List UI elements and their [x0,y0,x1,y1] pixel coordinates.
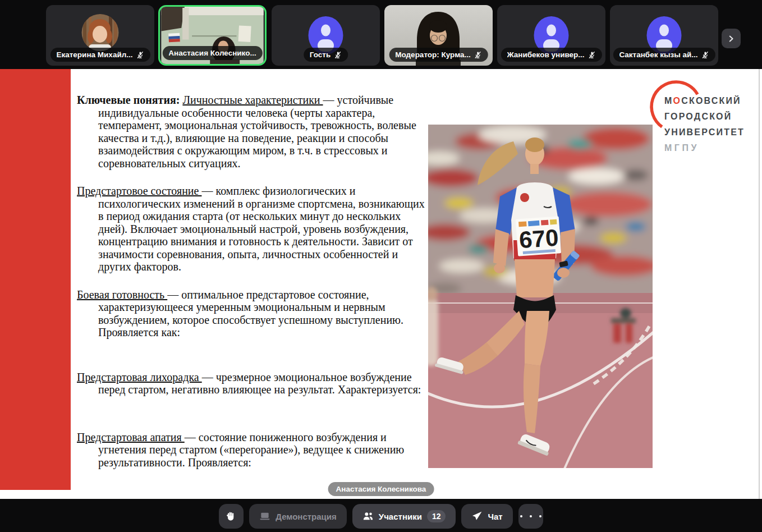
paragraph-term: Личностные характеристики [182,94,323,106]
more-options-button[interactable] [518,504,543,529]
slide-accent-bar [0,69,71,490]
participant-name-pill: Жанибеков универ... [501,48,602,62]
participants-count-badge: 12 [427,510,446,522]
participant-tile-anastasia-active[interactable]: Анастасия Колеснико... [158,5,267,66]
slide-paragraph: Боевая готовность — оптимальное предстар… [77,288,432,339]
chat-button[interactable]: Чат [461,504,512,529]
more-dots-icon [520,515,522,517]
participants-button[interactable]: Участники 12 [352,504,456,529]
mic-muted-icon [334,51,342,59]
participant-name: Сактанбек кызы ай... [619,51,697,59]
paragraph-term: Предстартовая лихорадка [77,371,202,383]
mic-muted-icon [136,51,144,59]
slide-paragraph: Предстартовая лихорадка — чрезмерное эмо… [77,371,432,396]
participant-tile-saktanbek[interactable]: Сактанбек кызы ай... [610,5,718,66]
next-participants-button[interactable] [722,29,741,48]
chevron-right-icon [726,34,736,44]
raise-hand-button[interactable] [219,504,244,529]
logo-line-2: ГОРОДСКОЙ [664,109,745,125]
participant-strip: Екатерина Михайл... [0,0,762,69]
screen-share-button[interactable]: Демонстрация [249,504,347,529]
university-logo: МОСКОВСКИЙ ГОРОДСКОЙ УНИВЕРСИТЕТ МГПУ [648,79,760,152]
slide-paragraph: Предстартовое состояние — комплекс физио… [77,185,432,273]
participant-tile-zhanibekov[interactable]: Жанибеков универ... [497,5,605,66]
logo-line-1: МОСКОВСКИЙ [664,93,745,109]
mic-muted-icon [474,51,482,59]
participant-name-pill: Сактанбек кызы ай... [613,48,715,62]
participant-tile-moderator[interactable]: Модератор: Курма... [384,5,493,66]
chat-label: Чат [488,512,502,521]
meeting-toolbar: Демонстрация Участники 12 Чат [0,499,762,532]
laptop-icon [259,511,270,522]
participant-name-pill: Екатерина Михайл... [50,48,150,62]
presenter-name-label: Анастасия Колесникова [328,482,434,496]
people-icon [362,511,374,522]
participant-tile-guest[interactable]: Гость [272,5,380,66]
raised-hand-icon [226,511,237,522]
participant-name: Жанибеков универ... [507,51,584,59]
participant-tile-ekaterina[interactable]: Екатерина Михайл... [46,5,154,66]
paragraph-term: Предстартовая апатия [77,431,185,443]
participant-name: Анастасия Колеснико... [168,49,256,57]
participant-name-pill: Анастасия Колеснико... [162,46,262,60]
logo-text: МОСКОВСКИЙ ГОРОДСКОЙ УНИВЕРСИТЕТ МГПУ [664,93,745,156]
participant-name: Модератор: Курма... [395,51,471,59]
slide-paragraph: Ключевые понятия: Личностные характерист… [77,94,432,169]
paper-plane-icon [471,511,483,522]
slide-text-column: Ключевые понятия: Личностные характерист… [77,94,432,484]
participant-name: Екатерина Михайл... [56,51,132,59]
mic-muted-icon [588,51,596,59]
screen-share-area: Ключевые понятия: Личностные характерист… [0,69,762,499]
mic-muted-icon [701,51,709,59]
participant-name: Гость [310,51,330,59]
participant-name-pill: Гость [304,48,348,62]
meeting-app-window: Екатерина Михайл... [0,0,762,532]
participants-label: Участники [379,512,422,521]
screen-share-label: Демонстрация [276,512,337,521]
runner-photo: 670 [428,125,653,468]
logo-line-3: УНИВЕРСИТЕТ [664,125,745,140]
paragraph-term: Боевая готовность [77,288,167,301]
logo-line-4: МГПУ [664,140,745,156]
bib-number: 670 [518,224,559,254]
paragraph-body: — комплекс физиологических и психологиче… [98,185,425,273]
paragraph-lead: Ключевые понятия: [77,94,182,106]
slide-paragraph: Предстартовая апатия — состояние понижен… [77,431,432,469]
paragraph-term: Предстартовое состояние [77,185,201,197]
participant-name-pill: Модератор: Курма... [389,48,488,62]
